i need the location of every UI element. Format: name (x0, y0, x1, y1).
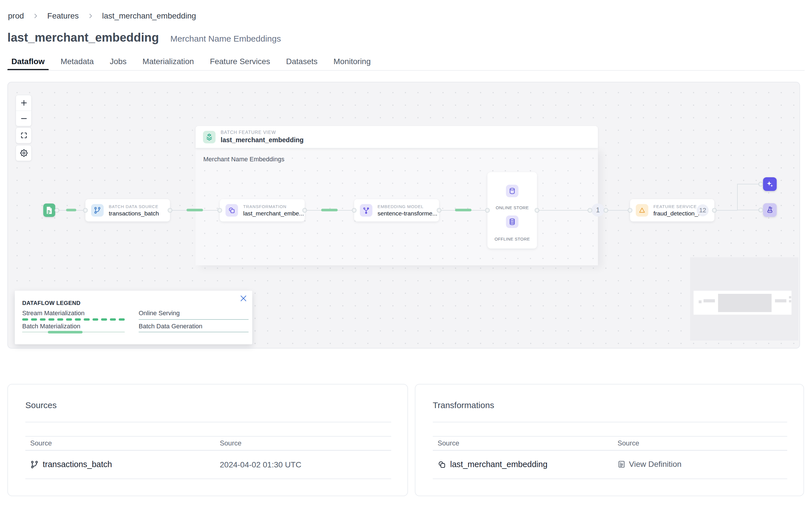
node-feature-service[interactable]: FEATURE SERVICE fraud_detection_feat... … (630, 199, 714, 221)
model-icon (360, 204, 372, 217)
breadcrumb: prod Features last_merchant_embedding (8, 11, 196, 21)
batch-materialization-flow (321, 209, 338, 212)
gear-icon[interactable] (16, 145, 32, 161)
batch-data-generation-line (139, 332, 249, 332)
legend-item-label: Batch Materialization (22, 323, 80, 330)
store-card[interactable]: ONLINE STORE OFFLINE STORE (487, 172, 537, 248)
flask-icon (766, 206, 774, 214)
join-count-badge: 1 (591, 204, 604, 217)
node-type: EMBEDDING MODEL (378, 204, 437, 209)
page-subtitle: Merchant Name Embeddings (170, 34, 281, 44)
feature-view-card-header[interactable]: BATCH FEATURE VIEW last_merchant_embeddi… (196, 126, 598, 148)
dataflow-legend: DATAFLOW LEGEND Stream Materialization O… (15, 291, 252, 344)
node-name: last_merchant_embe... (243, 210, 304, 217)
column-header: Source (617, 439, 639, 447)
offline-retrieval-node[interactable] (763, 203, 777, 217)
transformation-icon (226, 204, 238, 217)
feature-service-icon (636, 204, 648, 217)
serving-endpoint-node[interactable] (763, 177, 777, 191)
port (604, 208, 608, 213)
legend-item-label: Batch Data Generation (139, 323, 202, 330)
stream-materialization-line (22, 318, 125, 321)
column-header: Source (30, 439, 52, 447)
port (55, 208, 59, 213)
view-definition-link[interactable]: View Definition (617, 460, 682, 469)
port (437, 208, 441, 213)
online-serving-line (139, 319, 249, 320)
tab-datasets[interactable]: Datasets (282, 54, 322, 70)
feature-view-type: BATCH FEATURE VIEW (221, 130, 303, 135)
tab-monitoring[interactable]: Monitoring (329, 54, 375, 70)
port (628, 208, 632, 213)
offline-store-icon (506, 215, 519, 228)
feature-count-badge: 12 (697, 204, 709, 216)
online-store-label: ONLINE STORE (487, 205, 537, 210)
definition-icon (617, 460, 626, 468)
port (535, 208, 539, 213)
port (218, 208, 222, 213)
transformation-icon (438, 460, 446, 469)
edge (737, 184, 761, 184)
batch-materialization-flow (186, 209, 203, 212)
edge (606, 210, 630, 211)
transformation-row-name[interactable]: last_merchant_embedding (438, 460, 548, 469)
port (712, 208, 717, 213)
port (588, 208, 592, 213)
tab-bar: Dataflow Metadata Jobs Materialization F… (7, 54, 375, 70)
edge (737, 210, 761, 210)
breadcrumb-current: last_merchant_embedding (102, 11, 196, 21)
port (302, 208, 307, 213)
page-title: last_merchant_embedding (7, 31, 159, 45)
tab-dataflow[interactable]: Dataflow (7, 54, 49, 70)
tab-metadata[interactable]: Metadata (57, 54, 98, 70)
zoom-controls (16, 95, 32, 126)
node-transformation[interactable]: TRANSFORMATION last_merchant_embe... (220, 199, 304, 221)
offline-store-label: OFFLINE STORE (487, 237, 537, 241)
batch-materialization-line (22, 332, 125, 332)
breadcrumb-features[interactable]: Features (47, 11, 79, 21)
raw-data-node[interactable] (43, 204, 55, 217)
zoom-in-button[interactable] (16, 95, 32, 111)
chevron-right-icon (32, 13, 39, 19)
chevron-right-icon (87, 13, 94, 19)
git-branch-icon (30, 460, 39, 469)
minimap[interactable] (690, 258, 798, 341)
node-embedding-model[interactable]: EMBEDDING MODEL sentence-transforme... (354, 199, 439, 221)
port (352, 208, 356, 213)
node-name: sentence-transforme... (378, 210, 437, 217)
legend-title: DATAFLOW LEGEND (22, 300, 81, 306)
sparkles-icon (766, 180, 774, 188)
feature-view-name: last_merchant_embedding (221, 136, 303, 144)
legend-item-label: Online Serving (139, 309, 180, 317)
node-batch-data-source[interactable]: BATCH DATA SOURCE transactions_batch (85, 199, 170, 221)
tab-feature-services[interactable]: Feature Services (206, 54, 274, 70)
settings-control (16, 145, 32, 161)
node-type: TRANSFORMATION (243, 204, 304, 209)
node-name: fraud_detection_feat... (654, 210, 699, 217)
transformations-title: Transformations (433, 400, 494, 410)
column-header: Source (220, 439, 241, 447)
close-icon[interactable] (239, 294, 248, 303)
feature-view-description: Merchant Name Embeddings (203, 156, 284, 163)
port (168, 208, 172, 213)
port (758, 208, 763, 212)
node-type: FEATURE SERVICE (654, 204, 699, 209)
edge (737, 184, 738, 210)
online-store-icon (506, 185, 519, 197)
fit-view-control (16, 127, 32, 143)
transformations-panel: Transformations Source Source last_merch… (415, 384, 804, 496)
tabs-divider (7, 70, 805, 71)
batch-materialization-flow (66, 209, 76, 212)
tab-jobs[interactable]: Jobs (106, 54, 130, 70)
git-branch-icon (91, 204, 104, 217)
node-name: transactions_batch (109, 210, 159, 217)
feature-page: prod Features last_merchant_embedding la… (0, 0, 812, 513)
port (485, 208, 490, 213)
breadcrumb-workspace[interactable]: prod (8, 11, 24, 21)
port (83, 208, 88, 213)
legend-item-label: Stream Materialization (22, 309, 85, 317)
fullscreen-button[interactable] (16, 128, 32, 143)
source-row-name[interactable]: transactions_batch (30, 460, 112, 469)
zoom-out-button[interactable] (16, 111, 32, 126)
tab-materialization[interactable]: Materialization (139, 54, 198, 70)
